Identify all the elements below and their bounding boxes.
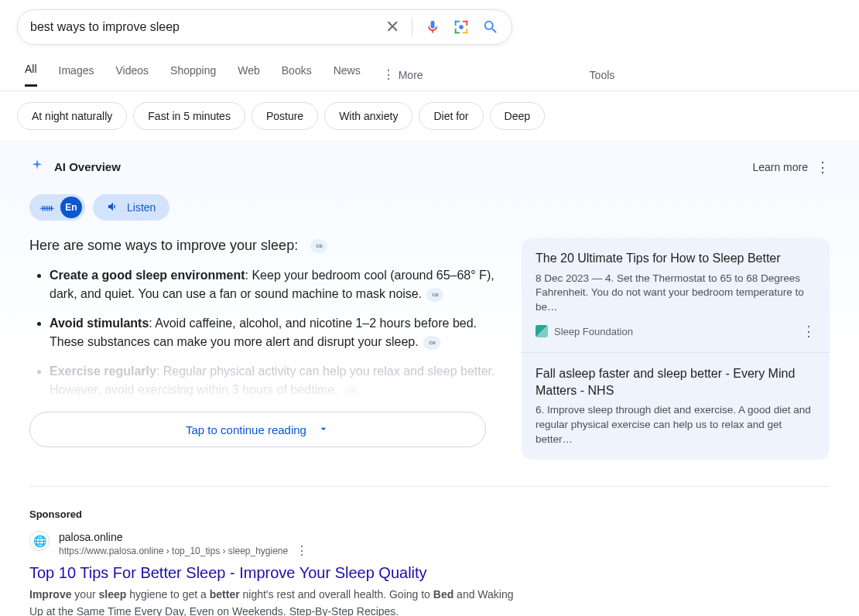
source-panel: The 20 Ultimate Tips for How to Sleep Be… <box>522 238 830 460</box>
clear-icon[interactable]: ✕ <box>385 17 399 37</box>
tab-all[interactable]: All <box>25 63 37 87</box>
chip-fast-5min[interactable]: Fast in 5 minutes <box>133 102 245 130</box>
mic-icon[interactable] <box>425 19 440 35</box>
svg-point-8 <box>459 25 464 29</box>
citation-chip[interactable] <box>310 239 327 253</box>
search-input[interactable] <box>30 20 385 34</box>
chip-anxiety[interactable]: With anxiety <box>324 102 412 130</box>
continue-reading-button[interactable]: Tap to continue reading <box>29 412 486 447</box>
sparkle-icon <box>29 158 45 176</box>
chevron-down-icon <box>317 423 330 437</box>
continue-label: Tap to continue reading <box>186 423 306 436</box>
lang-badge: En <box>60 197 82 218</box>
more-options-icon[interactable]: ⋮ <box>816 159 830 176</box>
tab-news[interactable]: News <box>334 64 361 86</box>
svg-rect-7 <box>466 29 467 33</box>
sponsored-label: Sponsored <box>0 508 859 520</box>
citation-chip[interactable] <box>423 336 440 350</box>
tab-images[interactable]: Images <box>59 64 94 86</box>
source-options-icon[interactable]: ⋮ <box>802 323 816 340</box>
ai-intro: Here are some ways to improve your sleep… <box>29 238 500 254</box>
result-options-icon[interactable]: ⋮ <box>296 543 308 558</box>
result-url: https://www.palosa.online › top_10_tips … <box>59 546 288 556</box>
learn-more-link[interactable]: Learn more <box>752 161 808 173</box>
svg-rect-1 <box>455 21 457 26</box>
sponsored-result: 🌐 palosa.online https://www.palosa.onlin… <box>0 520 526 616</box>
more-label: More <box>399 69 423 81</box>
listen-label: Listen <box>127 201 156 214</box>
result-title[interactable]: Top 10 Tips For Better Sleep - Improve Y… <box>29 564 526 582</box>
listen-button[interactable]: Listen <box>93 194 169 221</box>
source-card[interactable]: Fall asleep faster and sleep better - Ev… <box>522 353 830 460</box>
citation-chip[interactable] <box>343 384 360 398</box>
source-card[interactable]: The 20 Ultimate Tips for How to Sleep Be… <box>522 238 830 353</box>
tab-web[interactable]: Web <box>238 64 260 86</box>
result-description: Improve your sleep hygiene to get a bett… <box>29 587 526 616</box>
result-site: palosa.online <box>59 531 308 543</box>
chip-at-night[interactable]: At night naturally <box>17 102 127 130</box>
chip-diet[interactable]: Diet for <box>419 102 483 130</box>
tab-more[interactable]: ⋮ More <box>382 67 423 82</box>
list-item: Create a good sleep environment: Keep yo… <box>50 266 500 303</box>
speaker-icon <box>107 200 119 215</box>
globe-icon: 🌐 <box>29 531 50 551</box>
more-icon: ⋮ <box>382 67 394 82</box>
divider <box>412 18 412 36</box>
tabs-row: All Images Videos Shopping Web Books New… <box>0 59 859 91</box>
list-item: Avoid stimulants: Avoid caffeine, alcoho… <box>50 314 500 351</box>
source-snippet: 6. Improve sleep through diet and exerci… <box>536 403 816 447</box>
list-item: Exercise regularly: Regular physical act… <box>50 362 500 399</box>
divider <box>29 486 830 487</box>
language-toggle[interactable]: ᚔ En <box>29 194 85 221</box>
tools-link[interactable]: Tools <box>590 69 615 81</box>
filter-chips: At night naturally Fast in 5 minutes Pos… <box>0 91 859 130</box>
chip-posture[interactable]: Posture <box>252 102 318 130</box>
tab-shopping[interactable]: Shopping <box>170 64 216 86</box>
lens-icon[interactable] <box>453 19 470 36</box>
source-title[interactable]: The 20 Ultimate Tips for How to Sleep Be… <box>536 250 816 267</box>
tab-videos[interactable]: Videos <box>115 64 149 86</box>
svg-rect-3 <box>466 21 467 26</box>
publisher-icon <box>536 325 548 337</box>
ai-suggestion-list: Create a good sleep environment: Keep yo… <box>29 266 500 409</box>
search-icon[interactable] <box>482 19 499 36</box>
source-publisher: Sleep Foundation <box>536 325 633 337</box>
citation-chip[interactable] <box>426 288 443 302</box>
source-snippet: 8 Dec 2023 — 4. Set the Thermostat to 65… <box>536 272 816 316</box>
svg-rect-5 <box>455 29 457 33</box>
search-bar[interactable]: ✕ <box>17 9 512 45</box>
ai-overview-title: AI Overview <box>54 160 121 173</box>
source-title[interactable]: Fall asleep faster and sleep better - Ev… <box>536 365 816 399</box>
translate-icon: ᚔ <box>40 202 54 214</box>
chip-deep[interactable]: Deep <box>490 102 545 130</box>
tab-books[interactable]: Books <box>282 64 312 86</box>
